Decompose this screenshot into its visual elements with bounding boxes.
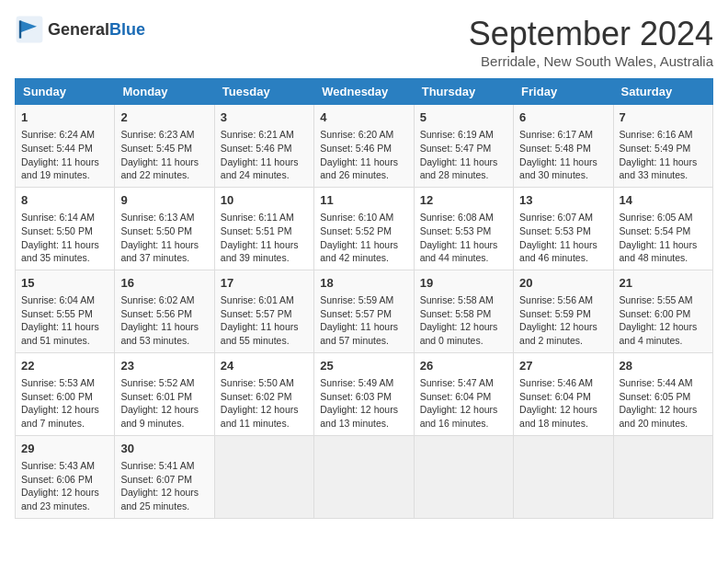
sunrise-text: Sunrise: 6:10 AM xyxy=(320,212,393,223)
calendar-week-3: 15Sunrise: 6:04 AMSunset: 5:55 PMDayligh… xyxy=(16,270,713,352)
sunrise-text: Sunrise: 6:23 AM xyxy=(120,129,194,140)
cell-content-28: 28Sunrise: 5:44 AMSunset: 6:05 PMDayligh… xyxy=(620,358,707,431)
sunrise-text: Sunrise: 6:13 AM xyxy=(120,212,194,223)
day-number: 15 xyxy=(21,275,108,292)
day-number: 8 xyxy=(21,192,108,209)
calendar-cell: 9Sunrise: 6:13 AMSunset: 5:50 PMDaylight… xyxy=(115,187,214,270)
daylight-text: Daylight: 12 hours and 20 minutes. xyxy=(620,404,698,429)
daylight-text: Daylight: 12 hours and 11 minutes. xyxy=(221,404,299,429)
sunrise-text: Sunrise: 6:01 AM xyxy=(221,294,294,305)
daylight-text: Daylight: 11 hours and 28 minutes. xyxy=(420,156,498,181)
calendar-cell: 30Sunrise: 5:41 AMSunset: 6:07 PMDayligh… xyxy=(115,435,214,518)
sunset-text: Sunset: 5:52 PM xyxy=(320,225,392,236)
sunset-text: Sunset: 6:05 PM xyxy=(620,391,691,402)
sunset-text: Sunset: 5:55 PM xyxy=(21,308,93,319)
daylight-text: Daylight: 11 hours and 46 minutes. xyxy=(519,239,597,264)
daylight-text: Daylight: 12 hours and 0 minutes. xyxy=(420,321,498,346)
sunset-text: Sunset: 6:04 PM xyxy=(519,391,591,402)
sunset-text: Sunset: 5:57 PM xyxy=(221,308,292,319)
sunset-text: Sunset: 5:53 PM xyxy=(519,225,591,236)
cell-content-25: 25Sunrise: 5:49 AMSunset: 6:03 PMDayligh… xyxy=(320,358,407,431)
calendar-cell: 15Sunrise: 6:04 AMSunset: 5:55 PMDayligh… xyxy=(16,270,115,352)
cell-content-21: 21Sunrise: 5:55 AMSunset: 6:00 PMDayligh… xyxy=(620,275,707,348)
daylight-text: Daylight: 11 hours and 48 minutes. xyxy=(620,239,698,264)
logo-general: General xyxy=(48,20,109,39)
daylight-text: Daylight: 11 hours and 33 minutes. xyxy=(620,156,698,181)
day-number: 27 xyxy=(519,358,607,374)
day-number: 9 xyxy=(120,192,208,209)
calendar-cell: 10Sunrise: 6:11 AMSunset: 5:51 PMDayligh… xyxy=(214,187,313,270)
cell-content-12: 12Sunrise: 6:08 AMSunset: 5:53 PMDayligh… xyxy=(420,192,507,265)
sunset-text: Sunset: 6:00 PM xyxy=(620,308,691,319)
day-number: 25 xyxy=(320,358,407,374)
sunset-text: Sunset: 5:56 PM xyxy=(120,308,192,319)
sunrise-text: Sunrise: 5:53 AM xyxy=(21,377,95,388)
sunset-text: Sunset: 5:51 PM xyxy=(221,225,292,236)
cell-content-7: 7Sunrise: 6:16 AMSunset: 5:49 PMDaylight… xyxy=(620,109,707,182)
day-number: 5 xyxy=(420,109,507,126)
sunset-text: Sunset: 6:04 PM xyxy=(420,391,492,402)
sunrise-text: Sunrise: 5:46 AM xyxy=(519,377,593,388)
daylight-text: Daylight: 12 hours and 25 minutes. xyxy=(120,487,199,511)
month-title: September 2024 xyxy=(469,15,713,53)
day-number: 23 xyxy=(120,358,208,374)
calendar-cell: 12Sunrise: 6:08 AMSunset: 5:53 PMDayligh… xyxy=(414,187,513,270)
daylight-text: Daylight: 12 hours and 9 minutes. xyxy=(120,404,199,429)
day-number: 1 xyxy=(21,109,108,126)
sunset-text: Sunset: 5:53 PM xyxy=(420,225,492,236)
calendar-cell: 22Sunrise: 5:53 AMSunset: 6:00 PMDayligh… xyxy=(16,352,115,435)
cell-content-15: 15Sunrise: 6:04 AMSunset: 5:55 PMDayligh… xyxy=(21,275,108,348)
day-number: 21 xyxy=(620,275,707,292)
daylight-text: Daylight: 12 hours and 23 minutes. xyxy=(21,487,99,511)
cell-content-24: 24Sunrise: 5:50 AMSunset: 6:02 PMDayligh… xyxy=(221,358,308,431)
day-number: 16 xyxy=(120,275,208,292)
daylight-text: Daylight: 11 hours and 44 minutes. xyxy=(420,239,498,264)
daylight-text: Daylight: 11 hours and 22 minutes. xyxy=(120,156,199,181)
day-number: 28 xyxy=(620,358,707,374)
daylight-text: Daylight: 11 hours and 30 minutes. xyxy=(519,156,597,181)
calendar-cell xyxy=(514,435,613,518)
sunrise-text: Sunrise: 5:58 AM xyxy=(420,294,494,305)
cell-content-8: 8Sunrise: 6:14 AMSunset: 5:50 PMDaylight… xyxy=(21,192,108,265)
sunset-text: Sunset: 6:02 PM xyxy=(221,391,292,402)
daylight-text: Daylight: 11 hours and 55 minutes. xyxy=(221,321,299,346)
cell-content-3: 3Sunrise: 6:21 AMSunset: 5:46 PMDaylight… xyxy=(221,109,308,182)
day-number: 30 xyxy=(120,441,208,457)
sunset-text: Sunset: 6:07 PM xyxy=(120,474,192,485)
cell-content-29: 29Sunrise: 5:43 AMSunset: 6:06 PMDayligh… xyxy=(21,441,108,513)
day-number: 17 xyxy=(221,275,308,292)
sunset-text: Sunset: 6:01 PM xyxy=(120,391,192,402)
daylight-text: Daylight: 12 hours and 2 minutes. xyxy=(519,321,597,346)
calendar-cell: 5Sunrise: 6:19 AMSunset: 5:47 PMDaylight… xyxy=(414,105,513,188)
sunrise-text: Sunrise: 5:50 AM xyxy=(221,377,294,388)
day-number: 14 xyxy=(620,192,707,209)
calendar-cell xyxy=(214,435,313,518)
calendar-header-row: SundayMondayTuesdayWednesdayThursdayFrid… xyxy=(16,79,713,105)
cell-content-14: 14Sunrise: 6:05 AMSunset: 5:54 PMDayligh… xyxy=(620,192,707,265)
daylight-text: Daylight: 12 hours and 4 minutes. xyxy=(620,321,698,346)
day-number: 3 xyxy=(221,109,308,126)
calendar-cell: 23Sunrise: 5:52 AMSunset: 6:01 PMDayligh… xyxy=(115,352,214,435)
cell-content-30: 30Sunrise: 5:41 AMSunset: 6:07 PMDayligh… xyxy=(120,441,208,513)
day-header-saturday: Saturday xyxy=(613,79,712,105)
title-area: September 2024 Berridale, New South Wale… xyxy=(469,15,713,69)
sunrise-text: Sunrise: 6:20 AM xyxy=(320,129,393,140)
sunset-text: Sunset: 6:03 PM xyxy=(320,391,392,402)
cell-content-2: 2Sunrise: 6:23 AMSunset: 5:45 PMDaylight… xyxy=(120,109,208,182)
calendar-cell: 29Sunrise: 5:43 AMSunset: 6:06 PMDayligh… xyxy=(16,435,115,518)
sunrise-text: Sunrise: 6:04 AM xyxy=(21,294,95,305)
sunrise-text: Sunrise: 6:14 AM xyxy=(21,212,95,223)
calendar-week-1: 1Sunrise: 6:24 AMSunset: 5:44 PMDaylight… xyxy=(16,105,713,188)
calendar-table: SundayMondayTuesdayWednesdayThursdayFrid… xyxy=(15,78,713,519)
day-number: 10 xyxy=(221,192,308,209)
daylight-text: Daylight: 11 hours and 37 minutes. xyxy=(120,239,199,264)
sunset-text: Sunset: 5:50 PM xyxy=(120,225,192,236)
sunrise-text: Sunrise: 5:55 AM xyxy=(620,294,693,305)
sunrise-text: Sunrise: 6:21 AM xyxy=(221,129,294,140)
calendar-cell: 19Sunrise: 5:58 AMSunset: 5:58 PMDayligh… xyxy=(414,270,513,352)
sunrise-text: Sunrise: 6:05 AM xyxy=(620,212,693,223)
daylight-text: Daylight: 11 hours and 39 minutes. xyxy=(221,239,299,264)
cell-content-5: 5Sunrise: 6:19 AMSunset: 5:47 PMDaylight… xyxy=(420,109,507,182)
calendar-cell: 28Sunrise: 5:44 AMSunset: 6:05 PMDayligh… xyxy=(613,352,712,435)
sunrise-text: Sunrise: 5:41 AM xyxy=(120,460,194,471)
